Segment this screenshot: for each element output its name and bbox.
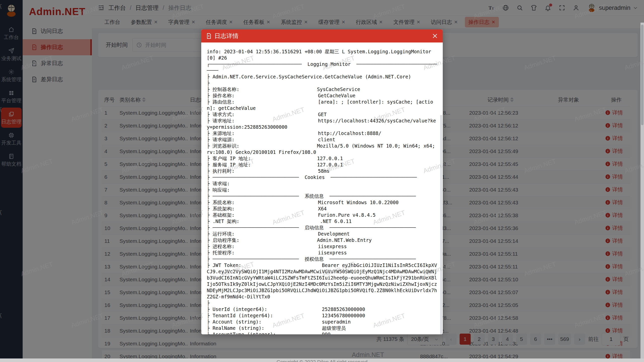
vertical-scrollbar[interactable] (640, 23, 644, 358)
log-content: info: 2023-01-04 12:55:36.1516291 +08:00… (207, 49, 437, 334)
log-detail-modal: 日志详情 info: 2023-01-04 12:55:36.1516291 +… (201, 29, 443, 334)
document-icon (206, 33, 212, 39)
modal-body: info: 2023-01-04 12:55:36.1516291 +08:00… (201, 42, 443, 334)
vertical-scrollbar-thumb[interactable] (641, 25, 643, 125)
modal-scrollbar-thumb[interactable] (440, 115, 442, 334)
modal-header: 日志详情 (201, 29, 443, 42)
footer-copyright: Copyright © 2022 Dilon All right reserve… (276, 359, 368, 362)
close-icon[interactable] (432, 33, 438, 39)
modal-title: 日志详情 (214, 32, 429, 40)
horizontal-scrollbar[interactable]: Copyright © 2022 Dilon All right reserve… (0, 358, 644, 362)
